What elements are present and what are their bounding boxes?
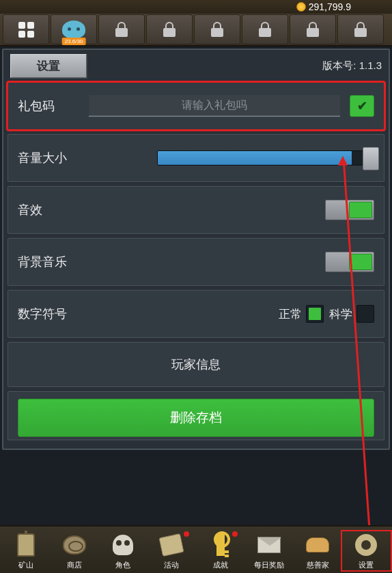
toggle-knob [349, 254, 372, 270]
currency-value: 291,799.9 [309, 1, 351, 12]
tab-slime[interactable]: 23.6/30 [51, 14, 97, 44]
version-text: 版本号: 1.1.3 [322, 59, 382, 72]
nav-philanthropist[interactable]: 慈善家 [294, 531, 342, 570]
tab-locked-6[interactable] [337, 14, 384, 44]
tab-locked-2[interactable] [146, 14, 193, 44]
notation-label: 数字符号 [18, 306, 79, 322]
gift-code-row: 礼包码 ✔ [8, 82, 384, 130]
notation-normal[interactable]: 正常 [279, 305, 324, 323]
bgm-label: 背景音乐 [18, 254, 79, 270]
nav-label: 成就 [213, 560, 228, 570]
sfx-row: 音效 [8, 186, 384, 234]
gift-code-input[interactable] [89, 95, 340, 117]
character-tab-bar: 23.6/30 [0, 14, 392, 46]
tab-locked-4[interactable] [242, 14, 288, 44]
notation-options: 正常 科学 [279, 305, 374, 323]
check-icon: ✔ [357, 98, 367, 114]
bgm-row: 背景音乐 [8, 238, 384, 286]
player-info-button[interactable]: 玩家信息 [8, 342, 384, 387]
notation-sci-label: 科学 [329, 306, 352, 322]
nav-label: 活动 [164, 560, 179, 570]
panel-header: 设置 版本号: 1.1.3 [3, 50, 389, 82]
volume-row: 音量大小 [8, 134, 384, 182]
radio-unchecked-icon [356, 305, 374, 323]
player-info-label: 玩家信息 [171, 358, 221, 371]
volume-handle[interactable] [363, 147, 379, 170]
delete-save-label: 删除存档 [170, 410, 222, 425]
nav-character[interactable]: 角色 [99, 531, 148, 570]
bread-icon [304, 531, 331, 559]
notation-normal-label: 正常 [279, 306, 302, 322]
nav-events[interactable]: 活动 [148, 531, 196, 570]
lantern-icon [12, 531, 40, 559]
tab-locked-3[interactable] [194, 14, 240, 44]
notation-scientific[interactable]: 科学 [329, 305, 374, 323]
sfx-toggle[interactable] [325, 200, 374, 220]
scroll-icon [158, 531, 185, 559]
key-icon [207, 531, 234, 559]
lock-icon [259, 22, 271, 37]
coin-icon [296, 2, 306, 12]
slime-icon [62, 21, 85, 38]
fossil-icon [61, 531, 88, 559]
gift-code-confirm-button[interactable]: ✔ [350, 95, 374, 117]
nav-label: 矿山 [18, 560, 33, 570]
tab-grid-button[interactable] [3, 14, 49, 44]
lock-icon [115, 22, 128, 37]
settings-panel: 设置 版本号: 1.1.3 礼包码 ✔ 音量大小 音效 背景音乐 数字 [2, 49, 390, 450]
page-title: 设置 [10, 54, 87, 78]
tab-locked-1[interactable] [98, 14, 145, 44]
sfx-label: 音效 [18, 202, 79, 218]
nav-label: 慈善家 [307, 560, 329, 570]
lock-icon [307, 22, 319, 37]
delete-save-row: 删除存档 [8, 391, 384, 440]
lock-icon [354, 22, 367, 37]
volume-fill [158, 151, 352, 165]
top-currency-bar: 291,799.9 [0, 0, 392, 14]
nav-label: 商店 [67, 560, 82, 570]
nav-label: 设置 [359, 560, 374, 570]
grid-icon [18, 22, 34, 38]
nav-label: 角色 [115, 560, 130, 570]
radio-checked-icon [306, 305, 324, 323]
delete-save-button[interactable]: 删除存档 [18, 399, 374, 437]
lock-icon [211, 22, 223, 37]
gear-icon [352, 531, 380, 559]
nav-achievements[interactable]: 成就 [196, 531, 244, 570]
notification-dot [232, 531, 238, 537]
tab-locked-5[interactable] [290, 14, 336, 44]
slime-badge: 23.6/30 [62, 38, 86, 45]
nav-daily[interactable]: 每日奖励 [244, 531, 293, 570]
envelope-icon [255, 531, 283, 559]
bottom-nav: 矿山 商店 角色 活动 成就 每日奖励 慈善家 设置 [0, 525, 392, 573]
lock-icon [163, 22, 176, 37]
bgm-toggle[interactable] [325, 252, 374, 272]
volume-slider[interactable] [157, 150, 374, 165]
nav-settings[interactable]: 设置 [342, 531, 391, 570]
gift-code-label: 礼包码 [18, 98, 79, 114]
notation-row: 数字符号 正常 科学 [8, 290, 384, 338]
nav-shop[interactable]: 商店 [50, 531, 98, 570]
nav-mine[interactable]: 矿山 [1, 531, 50, 570]
nav-label: 每日奖励 [254, 560, 284, 570]
volume-label: 音量大小 [18, 150, 79, 166]
skull-icon [109, 531, 137, 559]
toggle-knob [349, 202, 372, 218]
notification-dot [184, 531, 189, 537]
